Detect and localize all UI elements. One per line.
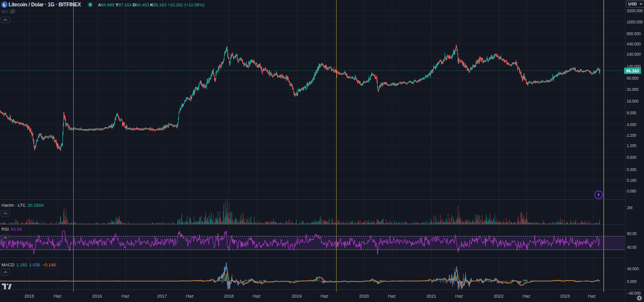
svg-text:2022: 2022 (494, 294, 503, 299)
svg-text:Haz: Haz (321, 294, 329, 299)
svg-text:2.200: 2.200 (627, 133, 637, 138)
svg-text:Ł: Ł (3, 2, 6, 7)
svg-text:2017: 2017 (157, 294, 167, 299)
svg-text:2020: 2020 (359, 294, 369, 299)
svg-text:4.000: 4.000 (627, 123, 637, 127)
svg-text:−40.000: −40.000 (627, 291, 641, 296)
svg-text:2M: 2M (627, 206, 632, 210)
svg-text:MA: MA (1, 9, 8, 14)
svg-text:60.000: 60.000 (627, 76, 639, 81)
svg-text:Haz: Haz (253, 294, 261, 299)
svg-text:440.000: 440.000 (627, 42, 641, 46)
svg-text:Hacim · LTC20.256K: Hacim · LTC20.256K (1, 203, 44, 208)
svg-text:16.000: 16.000 (627, 99, 639, 104)
svg-text:Haz: Haz (54, 294, 62, 299)
svg-text:Haz: Haz (523, 294, 531, 299)
svg-text:0.080: 0.080 (627, 189, 637, 194)
svg-text:A84.880 Y97.164 D84.453 K95.16: A84.880 Y97.164 D84.453 K95.163 +10.261 … (98, 2, 204, 7)
svg-text:8.000: 8.000 (627, 111, 637, 115)
svg-text:2016: 2016 (92, 294, 102, 299)
svg-text:2015: 2015 (24, 294, 34, 299)
svg-text:95.163: 95.163 (626, 68, 639, 73)
svg-text:32.000: 32.000 (627, 87, 639, 92)
svg-text:Haz: Haz (121, 294, 130, 299)
svg-text:2023: 2023 (560, 294, 570, 299)
svg-text:Haz: Haz (388, 294, 396, 299)
svg-text:Haz: Haz (455, 294, 463, 299)
svg-text:Litecoin / Dolar · 1G · BITFIN: Litecoin / Dolar · 1G · BITFINEX (9, 1, 81, 7)
svg-text:2019: 2019 (292, 294, 302, 299)
svg-text:2018: 2018 (224, 294, 234, 299)
svg-text:800.000: 800.000 (627, 32, 641, 36)
svg-text:Haz: Haz (588, 294, 596, 299)
svg-text:40.00: 40.00 (627, 245, 637, 250)
svg-text:0.160: 0.160 (627, 178, 637, 183)
svg-text:1600.000: 1600.000 (627, 20, 644, 24)
svg-text:0.000: 0.000 (627, 280, 637, 284)
svg-text:40.000: 40.000 (627, 267, 639, 271)
svg-text:80.00: 80.00 (627, 232, 637, 236)
svg-text:240.000: 240.000 (627, 52, 641, 57)
svg-text:Haz: Haz (186, 294, 194, 299)
svg-text:USD: USD (628, 1, 637, 6)
svg-text:3200.000: 3200.000 (627, 9, 644, 13)
svg-text:RSI63.34: RSI63.34 (1, 227, 22, 232)
svg-text:2021: 2021 (426, 294, 436, 299)
svg-text:0.600: 0.600 (627, 155, 637, 160)
svg-text:0.300: 0.300 (627, 168, 637, 172)
svg-text:1.200: 1.200 (627, 144, 637, 148)
